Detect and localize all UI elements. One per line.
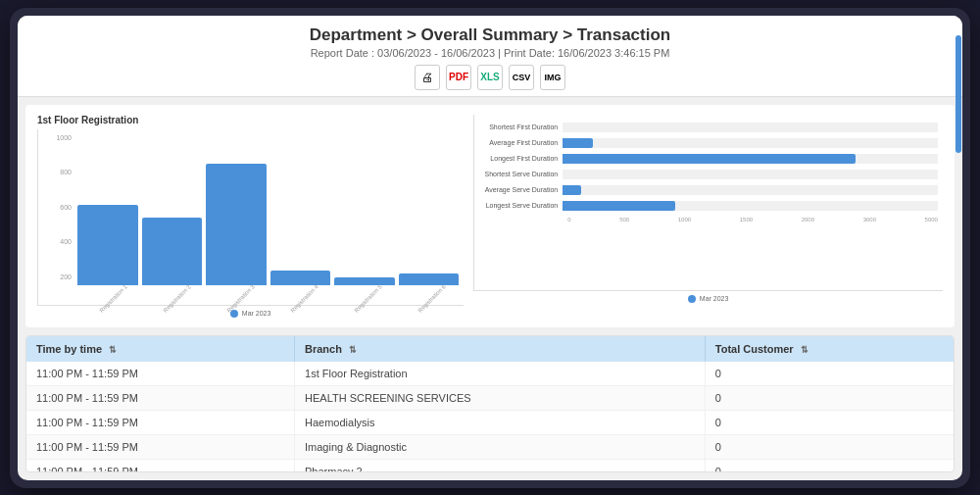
app-window: Department > Overall Summary > Transacti… <box>18 16 962 480</box>
bar-5 <box>334 277 395 284</box>
cell-time: 11:00 PM - 11:59 PM <box>26 459 295 472</box>
excel-icon[interactable]: XLS <box>477 65 503 90</box>
col-time: Time by time ⇅ <box>26 336 295 362</box>
cell-branch: 1st Floor Registration <box>295 362 706 386</box>
image-icon[interactable]: IMG <box>540 65 565 90</box>
data-table: Time by time ⇅ Branch ⇅ Total Customer ⇅ <box>26 336 954 472</box>
bar-2 <box>142 218 203 285</box>
x-axis: Registration 1 Registration 2 Registrati… <box>77 299 459 305</box>
charts-area: 1st Floor Registration 200 400 600 800 1… <box>25 105 955 327</box>
sort-branch-icon[interactable]: ⇅ <box>349 345 357 355</box>
hbar-fill-6 <box>563 201 675 211</box>
print-icon[interactable]: 🖨 <box>415 65 440 90</box>
bar-6 <box>399 273 460 285</box>
hbar-row-5: Average Serve Duration <box>474 185 938 195</box>
sort-total-icon[interactable]: ⇅ <box>801 345 808 355</box>
cell-branch: Imaging & Diagnostic <box>295 434 706 459</box>
header: Department > Overall Summary > Transacti… <box>18 16 962 97</box>
cell-branch: Pharmacy 2 <box>295 459 706 472</box>
chart2-legend-text: Mar 2023 <box>700 295 729 302</box>
cell-total: 0 <box>705 362 954 386</box>
hbar-fill-5 <box>563 185 581 195</box>
bar-3 <box>206 164 267 285</box>
cell-total: 0 <box>705 410 954 434</box>
scrollbar[interactable] <box>956 35 961 153</box>
col-total: Total Customer ⇅ <box>705 336 954 362</box>
cell-total: 0 <box>705 434 954 459</box>
chart1-title: 1st Floor Registration <box>37 115 464 125</box>
toolbar: 🖨 PDF XLS CSV IMG <box>18 65 962 90</box>
bar-1 <box>77 205 138 285</box>
cell-time: 11:00 PM - 11:59 PM <box>26 385 295 410</box>
report-date: Report Date : 03/06/2023 - 16/06/2023 | … <box>18 47 962 59</box>
cell-time: 11:00 PM - 11:59 PM <box>26 362 295 386</box>
bar-chart <box>38 129 464 305</box>
bar-chart-area: 200 400 600 800 1000 <box>37 129 464 306</box>
table-row: 11:00 PM - 11:59 PM Imaging & Diagnostic… <box>26 434 954 459</box>
chart2-legend: Mar 2023 <box>473 295 943 303</box>
hbar-row-6: Longest Serve Duration <box>474 201 938 211</box>
page-title: Department > Overall Summary > Transacti… <box>18 25 962 45</box>
cell-branch: Haemodialysis <box>295 410 706 434</box>
csv-icon[interactable]: CSV <box>509 65 534 90</box>
hbar-x-axis: 0 500 1000 1500 2000 3000 5000 <box>474 217 938 223</box>
y-axis: 200 400 600 800 1000 <box>38 129 74 285</box>
table-header-row: Time by time ⇅ Branch ⇅ Total Customer ⇅ <box>26 336 954 362</box>
table-row: 11:00 PM - 11:59 PM HEALTH SCREENING SER… <box>26 385 954 410</box>
cell-time: 11:00 PM - 11:59 PM <box>26 434 295 459</box>
chart1-legend-text: Mar 2023 <box>242 310 271 317</box>
sort-time-icon[interactable]: ⇅ <box>109 345 117 355</box>
hbar-fill-3 <box>563 154 856 164</box>
table-body: 11:00 PM - 11:59 PM 1st Floor Registrati… <box>26 362 954 472</box>
hbar-row-4: Shortest Serve Duration <box>474 170 938 179</box>
data-table-container: Time by time ⇅ Branch ⇅ Total Customer ⇅ <box>25 335 955 472</box>
legend-dot-2 <box>688 295 696 303</box>
col-branch: Branch ⇅ <box>295 336 706 362</box>
device-frame: Department > Overall Summary > Transacti… <box>10 8 970 488</box>
cell-total: 0 <box>705 385 954 410</box>
hbar-row-1: Shortest First Duration <box>474 123 938 132</box>
cell-total: 0 <box>705 459 954 472</box>
bar-4 <box>270 271 331 285</box>
hbar-row-2: Average First Duration <box>474 138 938 148</box>
cell-time: 11:00 PM - 11:59 PM <box>26 410 295 434</box>
table-row: 11:00 PM - 11:59 PM Pharmacy 2 0 <box>26 459 954 472</box>
hbar-row-3: Longest First Duration <box>474 154 938 164</box>
cell-branch: HEALTH SCREENING SERVICES <box>295 385 706 410</box>
pdf-icon[interactable]: PDF <box>446 65 471 90</box>
table-row: 11:00 PM - 11:59 PM 1st Floor Registrati… <box>26 362 954 386</box>
bar-chart-container: 1st Floor Registration 200 400 600 800 1… <box>37 115 464 318</box>
table-row: 11:00 PM - 11:59 PM Haemodialysis 0 <box>26 410 954 434</box>
hbar-fill-2 <box>563 138 593 148</box>
hbar-chart-container: Shortest First Duration Average First Du… <box>473 115 943 318</box>
